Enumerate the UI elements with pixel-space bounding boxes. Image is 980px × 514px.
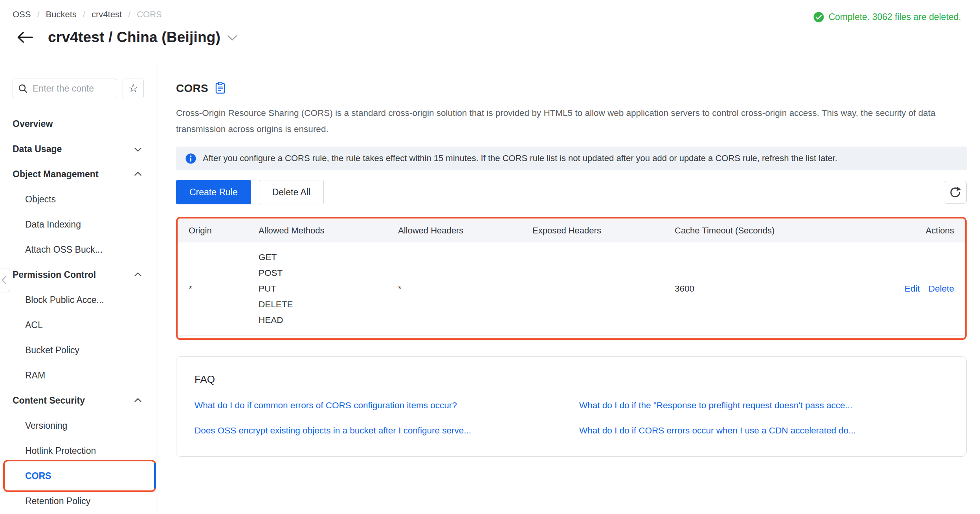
cors-description: Cross-Origin Resource Sharing (CORS) is … (176, 105, 966, 137)
col-cache-timeout: Cache Timeout (Seconds) (675, 226, 887, 236)
delete-link[interactable]: Delete (929, 284, 954, 294)
col-allowed-methods: Allowed Methods (259, 226, 398, 236)
sidebar-item-permission-control[interactable]: Permission Control (0, 262, 156, 287)
sidebar-item-data-usage[interactable]: Data Usage (0, 136, 156, 162)
sidebar-item-block-public-access[interactable]: Block Public Acce... (0, 287, 156, 312)
page-header: crv4test / China (Beijing) (16, 29, 238, 46)
search-icon (18, 84, 28, 95)
chevron-down-icon[interactable] (227, 35, 238, 43)
breadcrumb-oss[interactable]: OSS (13, 9, 31, 20)
main-content: CORS Cross-Origin Resource Sharing (CORS… (156, 63, 980, 514)
cell-allowed-methods: GET POST PUT DELETE HEAD (259, 250, 398, 328)
notice-text: After you configure a CORS rule, the rul… (203, 153, 837, 163)
sidebar-item-retention-policy[interactable]: Retention Policy (0, 488, 156, 514)
sidebar-item-bucket-policy[interactable]: Bucket Policy (0, 338, 156, 363)
notice-banner: After you configure a CORS rule, the rul… (176, 147, 967, 170)
sidebar-item-versioning[interactable]: Versioning (0, 413, 156, 438)
chevron-down-icon (134, 144, 142, 154)
info-icon (185, 153, 196, 164)
sidebar-item-hotlink-protection[interactable]: Hotlink Protection (0, 438, 156, 463)
sidebar-collapse-handle[interactable] (0, 268, 10, 292)
chevron-up-icon (134, 169, 142, 180)
faq-link-cors-config-errors[interactable]: What do I do if common errors of CORS co… (195, 400, 563, 411)
documentation-clipboard-icon[interactable] (215, 82, 225, 95)
cors-rules-table: Origin Allowed Methods Allowed Headers E… (176, 217, 967, 340)
cors-section-title: CORS (176, 82, 208, 95)
faq-title: FAQ (195, 373, 948, 386)
sidebar-item-overview[interactable]: Overview (0, 111, 156, 136)
breadcrumb: OSS Buckets crv4test CORS (13, 9, 162, 20)
sidebar-item-attach-oss-bucket[interactable]: Attach OSS Buck... (0, 237, 156, 262)
back-arrow-icon[interactable] (16, 31, 34, 44)
check-circle-icon (813, 12, 824, 22)
sidebar-search-input[interactable] (13, 79, 117, 98)
page-title: crv4test / China (Beijing) (48, 29, 220, 46)
faq-link-preflight-request[interactable]: What do I do if the "Response to preflig… (579, 400, 948, 411)
col-exposed-headers: Exposed Headers (532, 226, 675, 236)
col-origin: Origin (189, 226, 259, 236)
row-divider (178, 335, 964, 336)
refresh-icon[interactable] (944, 181, 967, 204)
breadcrumb-buckets[interactable]: Buckets (31, 9, 76, 20)
delete-all-button[interactable]: Delete All (259, 180, 324, 204)
status-text: Complete. 3062 files are deleted. (828, 12, 961, 22)
cell-actions: Edit Delete (887, 284, 954, 294)
table-header-row: Origin Allowed Methods Allowed Headers E… (178, 218, 965, 242)
col-allowed-headers: Allowed Headers (398, 226, 532, 236)
sidebar-item-objects[interactable]: Objects (0, 187, 156, 212)
cell-origin: * (189, 284, 259, 294)
breadcrumb-bucket-name[interactable]: crv4test (77, 9, 122, 20)
cell-cache-timeout: 3600 (675, 284, 887, 294)
sidebar-item-content-security[interactable]: Content Security (0, 388, 156, 413)
sidebar-item-acl[interactable]: ACL (0, 312, 156, 338)
col-actions: Actions (887, 226, 954, 236)
edit-link[interactable]: Edit (905, 284, 920, 294)
create-rule-button[interactable]: Create Rule (176, 180, 251, 204)
sidebar: ☆ Overview Data Usage Object Management … (0, 63, 156, 514)
star-icon[interactable]: ☆ (123, 79, 144, 98)
faq-section: FAQ What do I do if common errors of COR… (176, 356, 967, 457)
status-message: Complete. 3062 files are deleted. (813, 12, 961, 22)
cell-allowed-headers: * (398, 284, 532, 294)
faq-link-cdn-cors-errors[interactable]: What do I do if CORS errors occur when I… (579, 426, 948, 436)
faq-link-oss-encrypt-objects[interactable]: Does OSS encrypt existing objects in a b… (195, 426, 563, 436)
chevron-up-icon (134, 270, 142, 280)
sidebar-nav: Overview Data Usage Object Management Ob… (0, 111, 156, 514)
sidebar-item-cors[interactable]: CORS (0, 463, 156, 488)
sidebar-item-data-indexing[interactable]: Data Indexing (0, 212, 156, 237)
breadcrumb-cors: CORS (122, 9, 162, 20)
sidebar-item-object-management[interactable]: Object Management (0, 162, 156, 187)
table-row: * GET POST PUT DELETE HEAD * 3600 Edit D… (178, 242, 965, 335)
sidebar-item-ram[interactable]: RAM (0, 363, 156, 388)
chevron-up-icon (134, 395, 142, 406)
